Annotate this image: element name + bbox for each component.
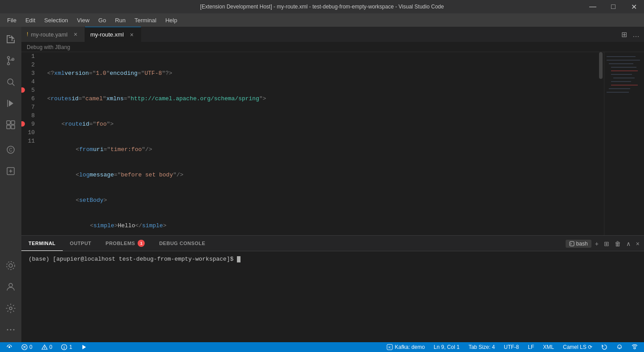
sidebar-item-plugins[interactable] [0,160,21,182]
code-editor[interactable]: 1 2 3 4 5 6 7 8 9 10 11 <?xml versio [21,52,644,235]
error-count-text: 0 [29,344,33,350]
panel-tabs: TERMINAL OUTPUT PROBLEMS 1 DEBUG CONSOLE [21,236,644,251]
editor-scrollbar-thumb[interactable] [599,52,603,79]
svg-point-15 [7,329,8,331]
broadcast-icon-item[interactable] [629,342,640,352]
menu-item-edit[interactable]: Edit [22,15,39,25]
line-11: 11 [21,137,39,145]
status-bar-right: K Kafka: demo Ln 9, Col 1 Tab Size: 4 UT… [384,342,640,352]
tab-yaml-icon: ! [27,31,28,37]
sidebar-item-camel[interactable]: C [0,139,21,160]
panel-tab-debug-console[interactable]: DEBUG CONSOLE [152,236,212,251]
svg-rect-4 [7,121,10,124]
tab-xml-label: my-route.xml [90,31,124,38]
menu-item-selection[interactable]: Selection [41,15,71,25]
maximize-panel-button[interactable]: ∧ [624,238,632,249]
menu-item-terminal[interactable]: Terminal [131,15,160,25]
sidebar-item-run-debug[interactable] [0,93,21,114]
error-status-item[interactable]: 0 [19,342,35,352]
svg-text:C: C [9,147,12,152]
menu-item-view[interactable]: View [73,15,93,25]
debug-run-status[interactable] [78,342,90,352]
line-1: 1 [21,52,39,61]
sidebar-item-settings[interactable] [0,298,21,319]
remote-status-item[interactable] [4,342,15,352]
sidebar-item-explorer[interactable] [0,29,21,50]
code-line-5: <log message="before set body"/> [47,171,598,179]
split-editor-button[interactable]: ⊞ [620,29,629,41]
panel-tab-terminal[interactable]: TERMINAL [21,236,63,251]
close-button[interactable]: ✕ [624,0,644,13]
line-numbers: 1 2 3 4 5 6 7 8 9 10 11 [21,52,44,235]
panel-tab-output[interactable]: OUTPUT [63,236,98,251]
status-bar-left: 0 0 1 [4,342,90,352]
status-bar: 0 0 1 K Kafka: d [0,342,644,352]
sidebar-item-more[interactable] [0,319,21,340]
close-panel-button[interactable]: × [634,238,641,249]
menu-bar: FileEditSelectionViewGoRunTerminalHelp [0,13,644,27]
problems-badge: 1 [138,240,145,247]
panel-area: TERMINAL OUTPUT PROBLEMS 1 DEBUG CONSOLE [21,235,644,342]
line-7: 7 [21,103,39,111]
more-actions-button[interactable]: … [631,29,641,41]
eol-item[interactable]: LF [525,342,537,352]
encoding-item[interactable]: UTF-8 [501,342,522,352]
svg-point-16 [10,329,12,331]
split-terminal-button[interactable]: ⊞ [602,238,611,249]
svg-point-11 [9,264,12,267]
tab-yaml-label: my-route.yaml [31,31,67,38]
activity-bar-bottom [0,255,21,342]
menu-item-file[interactable]: File [4,15,20,25]
svg-rect-7 [11,125,15,129]
info-status-item[interactable]: 1 [58,342,75,352]
svg-point-13 [9,283,12,287]
editor-area: ! my-route.yaml × my-route.xml × ⊞ … Deb… [21,27,644,342]
tab-yaml-close[interactable]: × [72,31,79,38]
eol-text: LF [528,344,534,350]
menu-item-go[interactable]: Go [95,15,110,25]
breadcrumb: Debug with JBang [21,42,644,52]
code-content[interactable]: <?xml version="1.0" encoding="UTF-8"?> <… [44,52,598,235]
tab-yaml[interactable]: ! my-route.yaml × [21,27,85,42]
breakpoint-5 [21,87,25,93]
editor-scrollbar[interactable] [598,52,604,235]
breadcrumb-text: Debug with JBang [27,44,70,50]
tab-xml-close[interactable]: × [128,31,135,38]
panel-content[interactable]: (base) [apupier@localhost test-debug-fro… [21,251,644,342]
lang-item[interactable]: XML [540,342,557,352]
tab-size-item[interactable]: Tab Size: 4 [466,342,497,352]
sidebar-item-source-control[interactable] [0,50,21,71]
sidebar-item-search[interactable] [0,71,21,93]
menu-item-help[interactable]: Help [162,15,181,25]
panel-tab-debug-console-label: DEBUG CONSOLE [159,241,205,246]
sync-icon-item[interactable] [599,342,610,352]
sidebar-item-account[interactable] [0,276,21,298]
sidebar-item-remote[interactable] [0,255,21,276]
code-line-6: <setBody> [47,196,598,205]
sidebar-item-extensions[interactable] [0,114,21,135]
tab-xml[interactable]: my-route.xml × [85,27,141,42]
svg-point-31 [8,346,10,348]
terminal-prompt: (base) [apupier@localhost test-debug-fro… [29,256,237,262]
kill-terminal-button[interactable]: 🗑 [613,238,623,249]
warn-count-text: 0 [49,344,53,350]
lang-text: XML [543,344,554,350]
code-line-3: <route id="foo"> [47,120,598,128]
panel-tab-problems[interactable]: PROBLEMS 1 [98,236,152,251]
maximize-button[interactable]: □ [603,0,624,13]
svg-point-14 [9,307,12,310]
window-controls: — □ ✕ [583,0,644,13]
warn-status-item[interactable]: 0 [39,342,55,352]
minimize-button[interactable]: — [583,0,603,13]
kafka-status-item[interactable]: K Kafka: demo [384,342,427,352]
encoding-text: UTF-8 [504,344,519,350]
ln-col-item[interactable]: Ln 9, Col 1 [431,342,462,352]
menu-item-run[interactable]: Run [111,15,129,25]
add-terminal-button[interactable]: + [593,238,600,249]
camel-ls-item[interactable]: Camel LS ⟳ [560,342,595,352]
line-6: 6 [21,94,39,103]
bell-icon-item[interactable] [614,342,625,352]
line-8: 8 [21,111,39,120]
terminal-line-1: (base) [apupier@localhost test-debug-fro… [29,255,637,264]
svg-rect-30 [570,241,574,246]
